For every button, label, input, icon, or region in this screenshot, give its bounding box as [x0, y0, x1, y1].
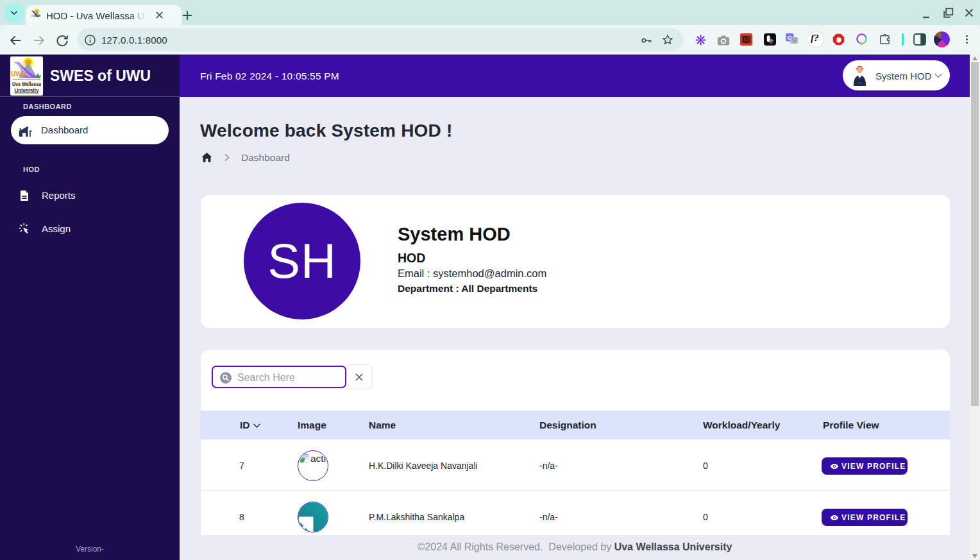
svg-text:University: University [15, 87, 39, 94]
svg-text:UWU: UWU [31, 14, 37, 17]
svg-text:Uva Wellassa: Uva Wellassa [12, 81, 41, 87]
svg-text:UWU: UWU [11, 70, 26, 78]
